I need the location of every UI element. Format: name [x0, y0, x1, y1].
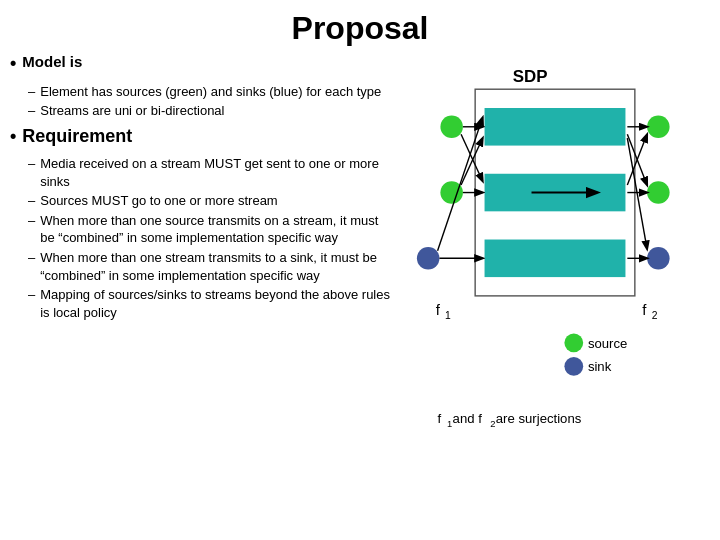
svg-text:2: 2: [490, 418, 495, 429]
dash-2: –: [28, 102, 35, 120]
dash-r1: –: [28, 155, 35, 173]
req-bullet-3: – When more than one source transmits on…: [28, 212, 390, 247]
model-sub-bullets: – Element has sources (green) and sinks …: [28, 83, 390, 120]
req-bullet-2-text: Sources MUST go to one or more stream: [40, 192, 277, 210]
svg-text:2: 2: [652, 310, 658, 321]
diagram-svg: SDP: [400, 53, 710, 473]
model-label: Model is: [22, 53, 82, 70]
svg-rect-1: [485, 108, 626, 146]
sink-legend-label: sink: [588, 359, 612, 374]
surjection-label: f: [438, 411, 442, 426]
svg-text:are surjections: are surjections: [496, 411, 582, 426]
dash-r3: –: [28, 212, 35, 230]
svg-point-5: [440, 116, 463, 139]
requirement-heading: • Requirement: [10, 126, 390, 148]
svg-point-7: [417, 247, 440, 270]
model-bullet-1: – Element has sources (green) and sinks …: [28, 83, 390, 101]
svg-point-9: [647, 181, 670, 204]
svg-line-15: [461, 138, 483, 185]
svg-point-8: [647, 116, 670, 139]
bullet-dot-model: •: [10, 53, 16, 75]
bullet-dot-req: •: [10, 126, 16, 148]
req-bullet-2: – Sources MUST go to one or more stream: [28, 192, 390, 210]
left-panel: • Model is – Element has sources (green)…: [10, 53, 400, 473]
requirement-label: Requirement: [22, 126, 132, 147]
req-bullet-3-text: When more than one source transmits on a…: [40, 212, 390, 247]
dash-r5: –: [28, 286, 35, 304]
f2-label: f: [642, 301, 647, 318]
page-title: Proposal: [0, 0, 720, 47]
svg-point-26: [564, 357, 583, 376]
model-bullet-1-text: Element has sources (green) and sinks (b…: [40, 83, 381, 101]
dash-r2: –: [28, 192, 35, 210]
f1-label: f: [436, 301, 441, 318]
svg-line-22: [627, 138, 647, 249]
req-bullet-5: – Mapping of sources/sinks to streams be…: [28, 286, 390, 321]
svg-text:1: 1: [445, 310, 451, 321]
svg-text:and f: and f: [453, 411, 483, 426]
req-bullet-1-text: Media received on a stream MUST get sent…: [40, 155, 390, 190]
dash-r4: –: [28, 249, 35, 267]
model-heading: • Model is: [10, 53, 390, 75]
svg-point-25: [564, 333, 583, 352]
svg-point-10: [647, 247, 670, 270]
req-bullet-5-text: Mapping of sources/sinks to streams beyo…: [40, 286, 390, 321]
req-bullet-1: – Media received on a stream MUST get se…: [28, 155, 390, 190]
svg-line-14: [461, 134, 483, 181]
sdp-label: SDP: [513, 67, 548, 86]
req-bullet-4-text: When more than one stream transmits to a…: [40, 249, 390, 284]
svg-rect-3: [485, 240, 626, 278]
right-panel: SDP: [400, 53, 710, 473]
req-bullet-4: – When more than one stream transmits to…: [28, 249, 390, 284]
source-legend-label: source: [588, 336, 627, 351]
dash-1: –: [28, 83, 35, 101]
model-bullet-2-text: Streams are uni or bi-directional: [40, 102, 224, 120]
requirement-sub-bullets: – Media received on a stream MUST get se…: [28, 155, 390, 321]
svg-text:1: 1: [447, 418, 452, 429]
model-bullet-2: – Streams are uni or bi-directional: [28, 102, 390, 120]
